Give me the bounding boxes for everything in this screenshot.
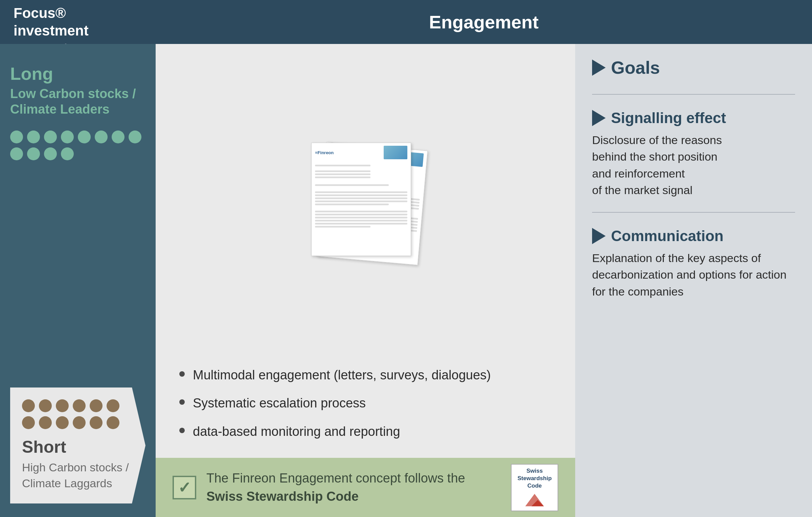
communication-body: Explanation of the key aspects of decarb… — [592, 250, 795, 300]
middle-panel: ≡Finreon — [156, 44, 575, 517]
bullet-dot-1 — [179, 371, 185, 377]
short-section: Short High Carbon stocks / Climate Lagga… — [10, 387, 145, 503]
bullet-text-3: data-based monitoring and reporting — [193, 423, 400, 440]
swiss-badge-text: Swiss Stewardship Code — [517, 467, 551, 490]
left-panel: Long Low Carbon stocks / Climate Leaders — [0, 44, 156, 517]
header-center: Engagement — [156, 0, 812, 44]
dot — [27, 131, 40, 143]
dot — [56, 416, 69, 429]
dot — [95, 131, 108, 143]
letters-container: ≡Finreon — [294, 139, 436, 268]
dot — [22, 416, 35, 429]
dot — [90, 416, 103, 429]
dot — [112, 131, 125, 143]
signalling-label: Signalling effect — [611, 110, 726, 126]
dot — [73, 416, 86, 429]
short-sub: High Carbon stocks / Climate Laggards — [22, 460, 134, 492]
bullet-dot-3 — [179, 428, 185, 433]
dot — [73, 399, 86, 412]
signalling-body: Disclosure of the reasons behind the sho… — [592, 132, 795, 198]
header-left: Finreon Carbon Focus® investment concept — [0, 0, 156, 44]
dot — [27, 147, 40, 160]
dot — [107, 416, 119, 429]
dot — [78, 131, 91, 143]
engagement-label: Engagement — [429, 11, 539, 32]
header: Finreon Carbon Focus® investment concept… — [0, 0, 812, 44]
dot — [61, 131, 74, 143]
middle-bullets: Multimodal engagement (letters, surveys,… — [156, 360, 575, 458]
bullet-item-3: data-based monitoring and reporting — [179, 423, 551, 440]
communication-label: Communication — [611, 228, 723, 244]
bullet-item-1: Multimodal engagement (letters, surveys,… — [179, 367, 551, 384]
page-wrapper: Finreon Carbon Focus® investment concept… — [0, 0, 812, 517]
checkbox-icon: ✓ — [173, 476, 196, 499]
goals-title: Goals — [592, 57, 795, 78]
dot — [10, 131, 23, 143]
long-sub: Low Carbon stocks / Climate Leaders — [10, 86, 145, 117]
dot — [22, 399, 35, 412]
checkmark: ✓ — [178, 478, 191, 497]
divider-2 — [592, 212, 795, 213]
long-section: Long Low Carbon stocks / Climate Leaders — [10, 57, 145, 377]
bullet-dot-2 — [179, 399, 185, 405]
brown-dots — [22, 399, 134, 429]
long-label: Long — [10, 64, 145, 84]
swiss-code-badge: Swiss Stewardship Code — [511, 464, 558, 511]
dot — [39, 416, 52, 429]
dot — [56, 399, 69, 412]
goals-triangle-icon — [592, 60, 606, 76]
letter-front: ≡Finreon — [311, 143, 411, 256]
bullet-text-1: Multimodal engagement (letters, surveys,… — [193, 367, 491, 384]
bullet-text-2: Systematic escalation process — [193, 395, 366, 412]
green-dots — [10, 131, 145, 160]
right-panel: Goals Signalling effect Disclosure of th… — [575, 44, 812, 517]
signalling-triangle-icon — [592, 110, 606, 126]
signalling-heading: Signalling effect — [592, 110, 795, 126]
dot — [61, 147, 74, 160]
bullet-item-2: Systematic escalation process — [179, 395, 551, 412]
dot — [90, 399, 103, 412]
communication-heading: Communication — [592, 228, 795, 244]
dot — [44, 131, 57, 143]
divider-1 — [592, 94, 795, 95]
communication-triangle-icon — [592, 228, 606, 244]
bottom-text: The Finreon Engagement concept follows t… — [206, 469, 501, 505]
bottom-bar: ✓ The Finreon Engagement concept follows… — [156, 458, 575, 517]
dot — [44, 147, 57, 160]
dot — [39, 399, 52, 412]
letters-area: ≡Finreon — [156, 44, 575, 360]
swiss-badge-triangle — [521, 492, 548, 508]
dot — [129, 131, 141, 143]
dot — [107, 399, 119, 412]
goals-label: Goals — [611, 57, 660, 78]
dot — [10, 147, 23, 160]
main-content: Long Low Carbon stocks / Climate Leaders — [0, 44, 812, 517]
short-label: Short — [22, 437, 134, 457]
